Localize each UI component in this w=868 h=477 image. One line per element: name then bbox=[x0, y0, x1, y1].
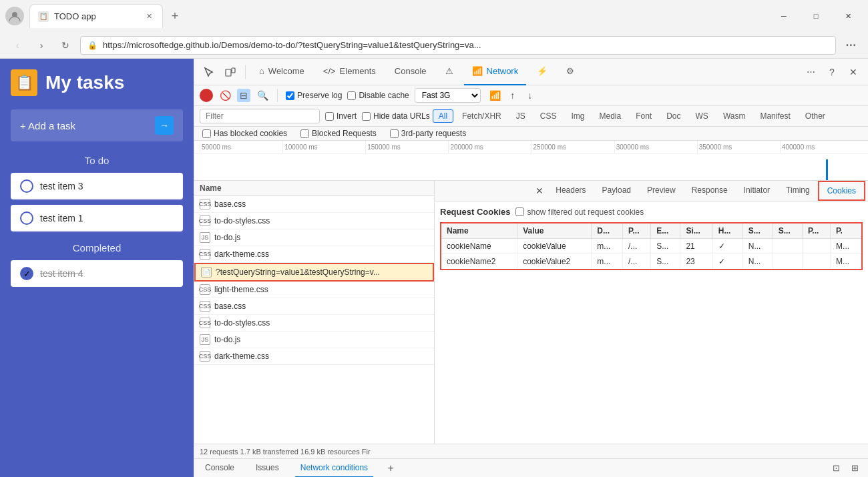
footer-tab-network-conditions[interactable]: Network conditions bbox=[295, 459, 373, 478]
search-network-button[interactable]: 🔍 bbox=[256, 89, 269, 102]
task-checkbox-1[interactable] bbox=[20, 211, 33, 225]
filter-img-button[interactable]: Img bbox=[565, 109, 590, 123]
col-header-s1[interactable]: S... bbox=[742, 223, 773, 239]
undock-icon[interactable]: ⊡ bbox=[828, 460, 844, 476]
request-item-dark-theme-2[interactable]: CSS dark-theme.css bbox=[194, 348, 434, 365]
detail-tab-timing[interactable]: Timing bbox=[778, 181, 818, 200]
col-header-p2[interactable]: P... bbox=[802, 223, 830, 239]
task-item-3[interactable]: test item 3 bbox=[11, 173, 183, 199]
detail-tab-initiator[interactable]: Initiator bbox=[736, 181, 778, 200]
devtools-tab-settings[interactable]: ⚙ bbox=[558, 59, 582, 85]
hide-data-urls-checkbox[interactable] bbox=[362, 112, 371, 121]
request-item-light-theme[interactable]: CSS light-theme.css bbox=[194, 282, 434, 298]
request-item-todo-js-2[interactable]: JS to-do.js bbox=[194, 332, 434, 348]
col-header-p3[interactable]: P. bbox=[831, 223, 862, 239]
devtools-tab-elements[interactable]: </> Elements bbox=[315, 59, 384, 85]
blocked-cookies-checkbox[interactable] bbox=[202, 129, 211, 138]
col-header-e[interactable]: E... bbox=[651, 223, 680, 239]
footer-tab-issues[interactable]: Issues bbox=[250, 459, 284, 478]
wifi-icon[interactable]: 📶 bbox=[489, 89, 502, 102]
new-tab-button[interactable]: + bbox=[166, 7, 184, 25]
disable-cache-checkbox[interactable] bbox=[347, 91, 356, 100]
close-button[interactable]: ✕ bbox=[833, 5, 863, 27]
filter-css-button[interactable]: CSS bbox=[534, 109, 563, 123]
device-emulation-button[interactable] bbox=[221, 63, 240, 81]
request-item-query-string[interactable]: 📄 ?testQueryString=value1&testQueryStrin… bbox=[194, 263, 434, 282]
invert-checkbox-label[interactable]: Invert bbox=[325, 111, 357, 121]
devtools-help-button[interactable]: ? bbox=[823, 63, 841, 81]
profile-icon[interactable] bbox=[5, 7, 24, 25]
filter-media-button[interactable]: Media bbox=[593, 109, 627, 123]
devtools-more-button[interactable]: ⋯ bbox=[801, 63, 820, 81]
browser-more-button[interactable]: ⋯ bbox=[841, 36, 860, 55]
detail-tab-cookies[interactable]: Cookies bbox=[818, 181, 865, 201]
url-bar[interactable]: 🔒 https://microsoftedge.github.io/Demos/… bbox=[80, 36, 836, 55]
col-header-d[interactable]: D... bbox=[592, 223, 623, 239]
download-icon[interactable]: ↓ bbox=[523, 89, 537, 102]
col-header-s2[interactable]: S... bbox=[773, 223, 802, 239]
task-checkbox-3[interactable] bbox=[20, 179, 33, 193]
devtools-tab-network[interactable]: 📶 Network bbox=[464, 59, 527, 85]
col-header-p1[interactable]: P... bbox=[623, 223, 651, 239]
show-filtered-checkbox[interactable] bbox=[515, 207, 524, 216]
devtools-tab-welcome[interactable]: ⌂ Welcome bbox=[251, 59, 312, 85]
devtools-tab-issues[interactable]: ⚠ bbox=[437, 59, 461, 85]
blocked-requests-checkbox[interactable] bbox=[300, 129, 309, 138]
filter-all-button[interactable]: All bbox=[433, 109, 453, 123]
request-item-todo-styles-1[interactable]: CSS to-do-styles.css bbox=[194, 213, 434, 229]
blocked-requests-label[interactable]: Blocked Requests bbox=[300, 129, 377, 138]
record-button[interactable] bbox=[200, 89, 213, 102]
hide-data-urls-label[interactable]: Hide data URLs bbox=[362, 111, 430, 121]
dock-icon[interactable]: ⊞ bbox=[847, 460, 863, 476]
devtools-tab-performance[interactable]: ⚡ bbox=[529, 59, 556, 85]
filter-icon-button[interactable]: ⊟ bbox=[237, 89, 250, 102]
detail-close-button[interactable]: ✕ bbox=[531, 183, 548, 199]
third-party-label[interactable]: 3rd-party requests bbox=[390, 129, 466, 138]
filter-manifest-button[interactable]: Manifest bbox=[754, 109, 796, 123]
throttle-select[interactable]: Fast 3G No throttling Slow 3G Offline bbox=[415, 88, 481, 103]
blocked-cookies-label[interactable]: Has blocked cookies bbox=[202, 129, 287, 138]
filter-fetch-xhr-button[interactable]: Fetch/XHR bbox=[456, 109, 507, 123]
request-item-base-css-1[interactable]: CSS base.css bbox=[194, 196, 434, 213]
upload-icon[interactable]: ↑ bbox=[506, 89, 519, 102]
filter-ws-button[interactable]: WS bbox=[690, 109, 714, 123]
filter-other-button[interactable]: Other bbox=[799, 109, 831, 123]
inspect-element-button[interactable] bbox=[200, 63, 218, 81]
footer-add-tab-button[interactable]: + bbox=[384, 462, 397, 475]
third-party-checkbox[interactable] bbox=[390, 129, 399, 138]
col-header-value[interactable]: Value bbox=[517, 223, 592, 239]
task-checkbox-4[interactable]: ✓ bbox=[20, 267, 33, 280]
col-header-name[interactable]: Name bbox=[441, 223, 517, 239]
maximize-button[interactable]: □ bbox=[801, 5, 831, 27]
task-item-4[interactable]: ✓ test item 4 bbox=[11, 260, 183, 287]
request-item-base-css-2[interactable]: CSS base.css bbox=[194, 298, 434, 315]
back-button[interactable]: ‹ bbox=[8, 36, 27, 55]
detail-tab-payload[interactable]: Payload bbox=[594, 181, 639, 200]
tab-close-button[interactable]: ✕ bbox=[144, 11, 154, 22]
filter-doc-button[interactable]: Doc bbox=[660, 109, 686, 123]
request-item-todo-styles-2[interactable]: CSS to-do-styles.css bbox=[194, 315, 434, 332]
preserve-log-checkbox[interactable] bbox=[286, 91, 294, 100]
forward-button[interactable]: › bbox=[32, 36, 51, 55]
col-header-h[interactable]: H... bbox=[712, 223, 742, 239]
detail-tab-response[interactable]: Response bbox=[684, 181, 736, 200]
detail-tab-headers[interactable]: Headers bbox=[548, 181, 594, 200]
request-item-todo-js-1[interactable]: JS to-do.js bbox=[194, 229, 434, 246]
devtools-tab-console[interactable]: Console bbox=[387, 59, 435, 85]
browser-tab-active[interactable]: 📋 TODO app ✕ bbox=[29, 4, 163, 28]
task-item-1[interactable]: test item 1 bbox=[11, 205, 183, 231]
footer-tab-console[interactable]: Console bbox=[200, 459, 240, 478]
preserve-log-label[interactable]: Preserve log bbox=[286, 91, 342, 100]
minimize-button[interactable]: ─ bbox=[769, 5, 799, 27]
filter-wasm-button[interactable]: Wasm bbox=[717, 109, 752, 123]
add-task-button[interactable]: + Add a task → bbox=[11, 109, 183, 141]
detail-tab-preview[interactable]: Preview bbox=[639, 181, 684, 200]
invert-checkbox[interactable] bbox=[325, 112, 334, 121]
filter-input[interactable] bbox=[200, 109, 320, 123]
col-header-si[interactable]: Si... bbox=[680, 223, 712, 239]
filter-font-button[interactable]: Font bbox=[630, 109, 658, 123]
request-list-scroll[interactable]: CSS base.css CSS to-do-styles.css JS to-… bbox=[194, 196, 434, 444]
refresh-button[interactable]: ↻ bbox=[56, 36, 75, 55]
clear-button[interactable]: 🚫 bbox=[218, 89, 232, 102]
request-item-dark-theme-1[interactable]: CSS dark-theme.css bbox=[194, 246, 434, 263]
